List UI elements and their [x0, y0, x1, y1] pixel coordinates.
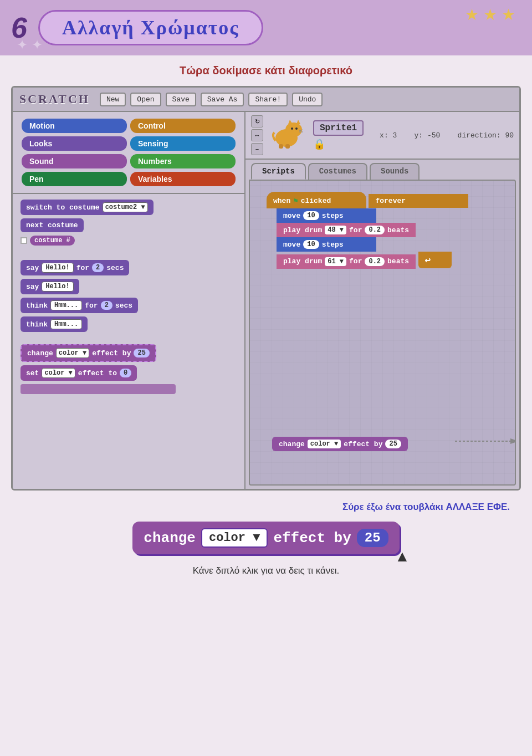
scratch-toolbar: SCRATCH New Open Save Save As Share! Und… [13, 88, 519, 112]
say-input-1[interactable]: Hello! [42, 263, 73, 273]
big-block-container: change color ▼ effect by 25 ▲ [22, 522, 510, 554]
sprite-info-fields: Sprite1 🔒 [313, 120, 364, 150]
big-block-value: 25 [357, 529, 388, 547]
effect-value-0[interactable]: 0 [120, 369, 131, 377]
arrow-svg [455, 436, 516, 447]
think-input-2[interactable]: Hmm... [50, 319, 82, 329]
header-title-oval: Αλλαγή Χρώματος [38, 10, 263, 45]
category-sound[interactable]: Sound [22, 154, 127, 168]
subtitle: Τώρα δοκίμασε κάτι διαφορετικό [0, 55, 532, 86]
header-stars: ★ ★ ★ [465, 6, 515, 24]
block-say-for[interactable]: say Hello! for 2 secs [21, 260, 129, 275]
category-grid: Motion Control Looks Sensing Sound Numbe… [13, 112, 244, 194]
scratch-ide: SCRATCH New Open Save Save As Share! Und… [11, 86, 521, 491]
big-block-change-effect[interactable]: change color ▼ effect by 25 [132, 522, 399, 554]
script-move-1[interactable]: move 10 steps [277, 208, 376, 223]
block-costume-hash-row: costume # [21, 236, 237, 246]
category-sensing[interactable]: Sensing [130, 136, 236, 151]
sprite-info-bar: ↻ ↔ − [245, 112, 519, 160]
block-set-effect[interactable]: set color ▼ effect to 0 [21, 365, 137, 381]
svg-marker-11 [510, 438, 516, 444]
block-think[interactable]: think Hmm... [21, 316, 88, 332]
sprite-cat [269, 119, 308, 152]
block-think-for[interactable]: think Hmm... for 2 secs [21, 298, 138, 313]
script-move-2[interactable]: move 10 steps [277, 237, 376, 252]
click-instruction: Κάνε διπλό κλικ για να δεις τι κάνει. [22, 565, 510, 576]
block-say[interactable]: say Hello! [21, 279, 79, 294]
category-pen[interactable]: Pen [22, 172, 127, 186]
decorative-stars-left: ✦ ✦ [17, 37, 43, 53]
svg-marker-3 [296, 120, 300, 124]
undo-button[interactable]: Undo [292, 93, 323, 106]
think-input-1[interactable]: Hmm... [50, 300, 82, 310]
cat-sprite-svg [269, 119, 305, 149]
script-forever-cap: ↩ [418, 252, 452, 268]
script-forever[interactable]: forever [369, 194, 468, 208]
script-play-drum-1[interactable]: play drum 48 ▼ for 0.2 beats [277, 223, 416, 237]
header: 6 Αλλαγή Χρώματος ★ ★ ★ ✦ ✦ [0, 0, 532, 55]
effect-color-dropdown-1[interactable]: color ▼ [56, 348, 89, 358]
block-next-costume[interactable]: next costume [21, 218, 84, 232]
svg-point-4 [291, 127, 293, 130]
tab-costumes[interactable]: Costumes [308, 163, 367, 180]
beats-val-1[interactable]: 0.2 [365, 226, 385, 234]
costume-hash-checkbox[interactable] [21, 237, 27, 244]
move-val-2[interactable]: 10 [303, 240, 319, 249]
share-button[interactable]: Share! [248, 93, 288, 106]
think-secs-1[interactable]: 2 [101, 301, 112, 310]
change-effect-script-block[interactable]: change color ▼ effect by 25 [272, 437, 408, 451]
costume-dropdown[interactable]: costume2 ▼ [103, 202, 148, 212]
tab-sounds[interactable]: Sounds [370, 163, 420, 180]
block-costume-hash[interactable]: costume # [30, 236, 75, 246]
scratch-right-panel: ↻ ↔ − [245, 112, 519, 489]
effect-value-25-1[interactable]: 25 [134, 349, 149, 357]
tab-bar: Scripts Costumes Sounds [245, 160, 519, 180]
effect-script-dd[interactable]: color ▼ [308, 440, 341, 448]
flip-button[interactable]: ↔ [251, 129, 263, 141]
drum-dd-2[interactable]: 61 ▼ [325, 257, 346, 266]
svg-rect-8 [279, 144, 283, 149]
category-looks[interactable]: Looks [22, 136, 127, 151]
svg-point-5 [295, 127, 298, 130]
effect-script-val[interactable]: 25 [385, 440, 401, 448]
block-partial [21, 384, 176, 394]
header-title: Αλλαγή Χρώματος [62, 17, 239, 39]
drag-highlight: ΑΛΛΑΞΕ ΕΦΕ. [446, 502, 510, 512]
scratch-logo: SCRATCH [19, 92, 90, 106]
say-input-2[interactable]: Hello! [42, 282, 73, 292]
move-val-1[interactable]: 10 [303, 211, 319, 220]
beats-val-2[interactable]: 0.2 [365, 257, 385, 266]
big-block-color-input[interactable]: color ▼ [201, 528, 268, 548]
script-play-drum-2[interactable]: play drum 61 ▼ for 0.2 beats [277, 254, 416, 269]
blocks-palette: switch to costume costume2 ▼ next costum… [13, 194, 244, 489]
new-button[interactable]: New [100, 93, 126, 106]
big-block-effect-label: effect by [273, 530, 351, 546]
sprite-name-box[interactable]: Sprite1 [313, 120, 364, 136]
big-block-change-label: change [144, 530, 196, 546]
category-variables[interactable]: Variables [130, 172, 236, 186]
effect-color-dropdown-2[interactable]: color ▼ [42, 368, 75, 378]
save-as-button[interactable]: Save As [201, 93, 244, 106]
scratch-left-panel: Motion Control Looks Sensing Sound Numbe… [13, 112, 245, 489]
block-switch-costume[interactable]: switch to costume costume2 ▼ [21, 200, 154, 215]
bottom-section: Σύρε έξω ένα τουβλάκι ΑΛΛΑΞΕ ΕΦΕ. change… [0, 491, 532, 588]
save-button[interactable]: Save [166, 93, 196, 106]
rotate-button[interactable]: ↻ [251, 115, 263, 127]
sprite-coords: x: 3 y: -50 direction: 90 [380, 131, 514, 140]
scratch-main: Motion Control Looks Sensing Sound Numbe… [13, 112, 519, 489]
sprite-lock-icon: 🔒 [313, 138, 364, 150]
say-secs-1[interactable]: 2 [92, 263, 104, 272]
svg-marker-2 [288, 120, 293, 124]
category-control[interactable]: Control [130, 119, 236, 133]
scripts-area[interactable]: when ⚑ clicked forever move 10 steps [249, 180, 516, 486]
category-motion[interactable]: Motion [22, 119, 127, 133]
open-button[interactable]: Open [130, 93, 161, 106]
tab-scripts[interactable]: Scripts [251, 163, 306, 180]
script-when-flag[interactable]: when ⚑ clicked [267, 192, 366, 208]
category-numbers[interactable]: Numbers [130, 154, 236, 168]
main-script-group: when ⚑ clicked forever move 10 steps [267, 192, 515, 269]
block-change-effect[interactable]: change color ▼ effect by 25 [21, 344, 156, 362]
sprite-controls: ↻ ↔ − [251, 115, 263, 155]
drum-dd-1[interactable]: 48 ▼ [325, 226, 346, 234]
shrink-button[interactable]: − [251, 143, 263, 155]
